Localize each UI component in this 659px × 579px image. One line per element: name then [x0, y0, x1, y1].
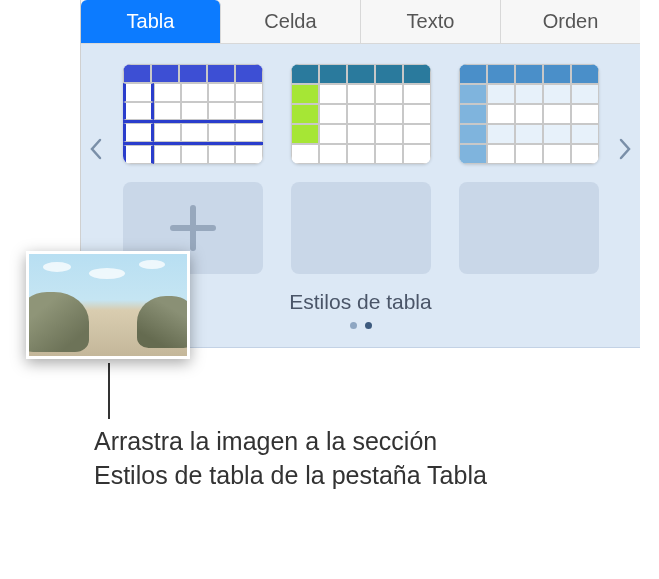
empty-style-slot[interactable] [291, 182, 431, 274]
tab-label: Celda [264, 10, 316, 33]
chevron-left-icon [89, 138, 103, 160]
styles-next-button[interactable] [616, 132, 634, 172]
drag-thumbnail-image[interactable] [26, 251, 190, 359]
tab-orden[interactable]: Orden [501, 0, 640, 43]
tab-tabla[interactable]: Tabla [81, 0, 221, 43]
tab-label: Orden [543, 10, 599, 33]
callout-line [108, 363, 110, 419]
inspector-tabbar: Tabla Celda Texto Orden [81, 0, 640, 44]
table-style-thumbnails-row [89, 64, 632, 164]
table-style-thumbnail-2[interactable] [291, 64, 431, 164]
chevron-right-icon [618, 138, 632, 160]
tab-celda[interactable]: Celda [221, 0, 361, 43]
plus-icon [170, 205, 216, 251]
tab-label: Texto [407, 10, 455, 33]
tab-texto[interactable]: Texto [361, 0, 501, 43]
table-style-thumbnail-3[interactable] [459, 64, 599, 164]
callout-text: Arrastra la imagen a la sección Estilos … [94, 425, 494, 493]
styles-prev-button[interactable] [87, 132, 105, 172]
pagination-dot[interactable] [350, 322, 357, 329]
table-style-thumbnail-1[interactable] [123, 64, 263, 164]
pagination-dot[interactable] [365, 322, 372, 329]
empty-style-slot[interactable] [459, 182, 599, 274]
tab-label: Tabla [127, 10, 175, 33]
